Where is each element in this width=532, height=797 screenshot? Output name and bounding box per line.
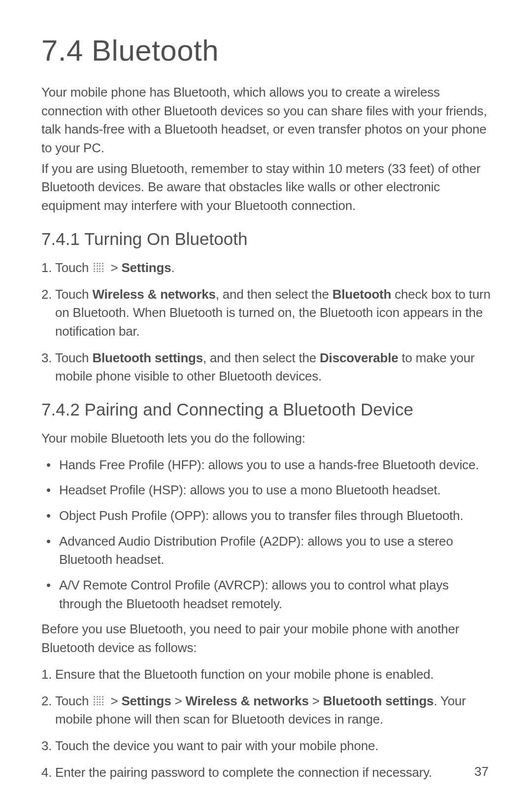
text: >	[107, 260, 121, 275]
profile-opp: Object Push Profile (OPP): allows you to…	[41, 507, 491, 525]
bold-wireless-networks: Wireless & networks	[185, 693, 308, 708]
text: Touch	[55, 350, 92, 365]
subsection-741-heading: 7.4.1 Turning On Bluetooth	[41, 229, 491, 249]
step-742-4: Enter the pairing password to complete t…	[41, 763, 491, 782]
page-number: 37	[474, 764, 489, 779]
profile-a2dp: Advanced Audio Distribution Profile (A2D…	[41, 532, 491, 569]
page-content: 7.4 Bluetooth Your mobile phone has Blue…	[0, 0, 532, 797]
text: >	[171, 693, 185, 708]
bold-settings: Settings	[121, 693, 171, 708]
text: >	[309, 693, 323, 708]
bold-settings: Settings	[121, 260, 171, 275]
text: Touch	[55, 693, 92, 708]
step-741-3: Touch Bluetooth settings, and then selec…	[41, 349, 491, 386]
section-741-steps: Touch > Settings. Touch Wireless & netwo…	[41, 259, 491, 386]
text: , and then select the	[203, 350, 320, 365]
step-742-3: Touch the device you want to pair with y…	[41, 737, 491, 756]
apps-grid-icon	[93, 262, 104, 273]
subsection-742-heading: 7.4.2 Pairing and Connecting a Bluetooth…	[41, 400, 491, 419]
text: Touch	[55, 260, 92, 275]
section-742-steps: Ensure that the Bluetooth function on yo…	[41, 665, 491, 782]
text: >	[107, 693, 121, 708]
text: Touch	[55, 287, 92, 302]
section-742-profiles: Hands Free Profile (HFP): allows you to …	[41, 456, 491, 614]
section-742-intro: Your mobile Bluetooth lets you do the fo…	[41, 429, 491, 448]
section-742-mid: Before you use Bluetooth, you need to pa…	[41, 620, 491, 657]
text: .	[171, 260, 174, 275]
profile-avrcp: A/V Remote Control Profile (AVRCP): allo…	[41, 576, 491, 613]
step-742-1: Ensure that the Bluetooth function on yo…	[41, 665, 491, 684]
step-741-1: Touch > Settings.	[41, 259, 491, 277]
text: , and then select the	[216, 287, 332, 302]
bold-discoverable: Discoverable	[320, 350, 398, 365]
bold-wireless-networks: Wireless & networks	[92, 287, 215, 302]
section-heading: 7.4 Bluetooth	[41, 34, 491, 68]
intro-paragraph-1: Your mobile phone has Bluetooth, which a…	[41, 83, 491, 158]
step-741-2: Touch Wireless & networks, and then sele…	[41, 285, 491, 341]
bold-bluetooth-settings: Bluetooth settings	[323, 693, 434, 708]
intro-paragraph-2: If you are using Bluetooth, remember to …	[41, 160, 491, 215]
step-742-2: Touch > Settings > Wireless & networks >…	[41, 692, 491, 729]
profile-hsp: Headset Profile (HSP): allows you to use…	[41, 481, 491, 500]
bold-bluetooth-settings: Bluetooth settings	[92, 350, 203, 365]
bold-bluetooth: Bluetooth	[332, 287, 392, 302]
apps-grid-icon	[93, 695, 104, 706]
profile-hfp: Hands Free Profile (HFP): allows you to …	[41, 456, 491, 475]
